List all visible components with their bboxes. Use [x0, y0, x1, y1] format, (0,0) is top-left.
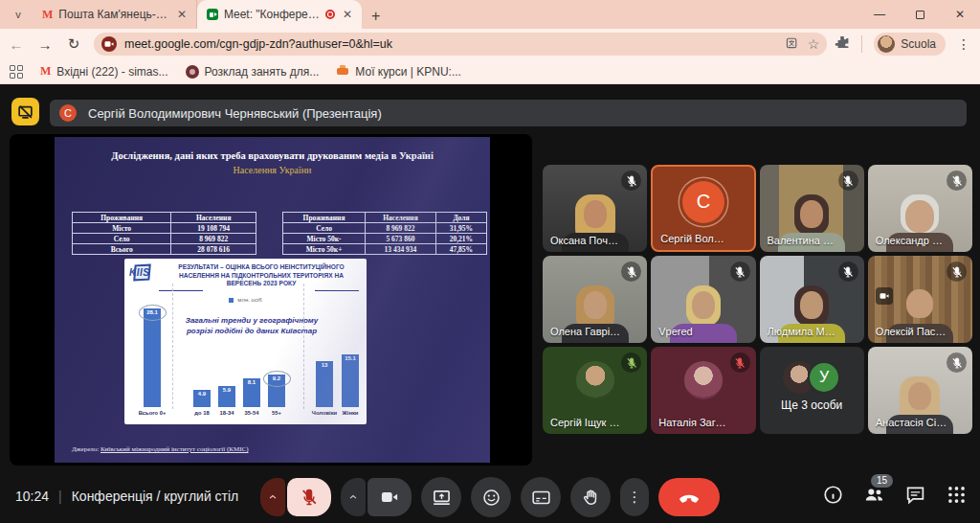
meeting-details-button[interactable] — [823, 485, 843, 509]
participant-tile[interactable]: Валентина Байт... — [760, 165, 864, 252]
browser-menu-icon[interactable]: ⋮ — [957, 36, 970, 52]
participant-tile[interactable]: Анастасія Сіма... — [868, 347, 972, 434]
meeting-name: Конференція / круглий стіл — [72, 489, 239, 504]
mic-off-icon — [838, 171, 858, 191]
chart-bar: 15.1Жінки — [342, 354, 359, 407]
chart-group-total: 28.1Всього 0+ — [144, 308, 161, 407]
bookmark-label: Вхідні (222) - simas... — [56, 65, 167, 79]
tab-close-icon[interactable]: ✕ — [341, 8, 354, 21]
participant-tile[interactable]: Олена Гаврівська — [543, 256, 647, 343]
browser-tab-strip: v M Пошта Кам'янець-Подільськ... ✕ Meet:… — [0, 0, 980, 29]
mic-off-icon — [621, 352, 641, 373]
mic-off-icon — [838, 262, 858, 282]
chart-bar: 13Чоловіки — [316, 361, 333, 407]
tab-gmail[interactable]: M Пошта Кам'янець-Подільськ... ✕ — [33, 0, 197, 29]
gmail-icon: M — [40, 64, 51, 79]
extensions-icon[interactable] — [835, 34, 850, 54]
participant-name: Наталія Загоруй... — [658, 417, 730, 428]
presentation-hidden-button[interactable] — [11, 98, 39, 125]
toolbar-divider — [861, 35, 862, 53]
participant-tile-active-speaker[interactable]: C Сергій Володим... — [651, 165, 755, 252]
tab-title: Meet: "Конференція / кру..." — [224, 8, 320, 21]
participant-name: Vpered — [658, 326, 730, 337]
mic-off-icon — [621, 262, 641, 282]
bookmark-inbox[interactable]: M Вхідні (222) - simas... — [40, 64, 168, 79]
mic-off-icon — [947, 171, 967, 191]
participant-name: Олексій Пасюга — [876, 326, 947, 337]
participant-tile[interactable]: Сергій Іщук Serg... — [543, 347, 647, 434]
end-call-button[interactable] — [658, 478, 720, 516]
participant-name: Оксана Почапсь... — [550, 235, 622, 246]
browser-toolbar: ← → ↻ meet.google.com/cgn-gdjp-zdn?authu… — [0, 29, 980, 59]
camera-badge-icon — [876, 287, 893, 305]
raise-hand-button[interactable] — [570, 477, 611, 517]
chat-panel-button[interactable] — [905, 485, 925, 509]
presentation-stage[interactable]: Дослідження, дані яких треба враховувати… — [10, 134, 532, 466]
more-options-button[interactable]: ⋮ — [620, 478, 649, 516]
slide: Дослідження, дані яких треба враховувати… — [55, 137, 490, 463]
tab-close-icon[interactable]: ✕ — [175, 8, 189, 21]
more-participants-tile[interactable]: У Ще 3 особи — [760, 347, 864, 434]
chart-bar: 4.9до 18 — [193, 390, 211, 407]
camera-on-button[interactable] — [368, 478, 412, 516]
mic-options-chevron[interactable] — [260, 478, 285, 516]
mic-off-icon — [947, 262, 967, 282]
present-screen-button[interactable] — [421, 477, 461, 517]
translate-icon[interactable] — [786, 35, 800, 54]
chart-bar: 9.255+ — [268, 375, 285, 407]
participant-tile[interactable]: Vpered — [651, 256, 755, 343]
mic-muted-button[interactable] — [287, 478, 331, 516]
slide-source: Джерело: Київський міжнародний інститут … — [72, 445, 249, 453]
site-camera-icon[interactable] — [101, 36, 117, 52]
gmail-favicon: M — [42, 8, 53, 22]
more-participants-label: Ще 3 особи — [760, 398, 864, 412]
forward-button[interactable]: → — [33, 32, 57, 57]
participant-tile[interactable]: Оксана Почапсь... — [543, 165, 647, 252]
avatar-letter: У — [808, 361, 840, 394]
kiis-chart-panel: KIIS РЕЗУЛЬТАТИ – ОЦІНКА ВСЬОГО НЕІНСТИТ… — [124, 259, 367, 424]
presenter-name: Сергій Володимирович Чернявський (Презен… — [88, 106, 382, 121]
meet-favicon — [207, 9, 218, 20]
window-controls: — ✕ — [859, 0, 980, 29]
clock-time: 10:24 — [15, 489, 49, 504]
bookmark-star-icon[interactable]: ☆ — [808, 36, 820, 52]
reactions-button[interactable] — [471, 477, 511, 517]
population-table-right: ПроживанняНаселенняДоля Село8 969 82231,… — [282, 212, 487, 255]
bookmark-courses[interactable]: Мої курси | KPNU:... — [336, 65, 461, 79]
restore-button[interactable] — [900, 0, 940, 29]
participant-tile[interactable]: Олександр Волк... — [868, 165, 972, 252]
captions-button[interactable] — [521, 477, 561, 517]
participant-name: Сергій Володим... — [660, 233, 728, 244]
participant-tile[interactable]: Людмила Марчук — [760, 256, 864, 343]
participant-name: Сергій Іщук Serg... — [550, 417, 622, 428]
people-panel-button[interactable]: 15 — [864, 485, 884, 509]
participant-tile[interactable]: Наталія Загоруй... — [651, 347, 755, 434]
participant-name: Олександр Волк... — [876, 235, 947, 246]
mic-control-group — [260, 478, 331, 516]
back-button[interactable]: ← — [4, 32, 29, 57]
tab-search-chevron-icon[interactable]: v — [6, 2, 31, 27]
participant-tile[interactable]: Олексій Пасюга — [868, 256, 972, 343]
chart-bar: 28.1Всього 0+ — [144, 308, 161, 407]
bookmark-schedule[interactable]: Розклад занять для... — [186, 65, 320, 79]
chart-bar: 8.135-54 — [243, 378, 260, 407]
apps-shortcut-icon[interactable] — [10, 65, 23, 79]
address-bar[interactable]: meet.google.com/cgn-gdjp-zdn?authuser=0&… — [94, 33, 827, 56]
tab-title: Пошта Кам'янець-Подільськ... — [58, 8, 169, 21]
camera-options-chevron[interactable] — [341, 478, 366, 516]
reload-button[interactable]: ↻ — [61, 32, 86, 57]
participant-name: Анастасія Сіма... — [876, 417, 947, 428]
profile-name: Scuola — [901, 37, 936, 51]
tab-meet[interactable]: Meet: "Конференція / кру..." ✕ — [197, 0, 362, 29]
avatar-photo — [684, 361, 723, 399]
close-window-button[interactable]: ✕ — [940, 0, 980, 29]
stacked-avatars: У — [783, 361, 840, 394]
profile-button[interactable]: Scuola — [874, 33, 946, 56]
url-text[interactable]: meet.google.com/cgn-gdjp-zdn?authuser=0&… — [124, 37, 778, 51]
activities-button[interactable] — [947, 485, 967, 509]
chart-bar: 5.918-34 — [218, 386, 235, 407]
source-link[interactable]: Київський міжнародний інститут соціологі… — [100, 445, 249, 453]
new-tab-button[interactable]: + — [371, 8, 380, 25]
minimize-button[interactable]: — — [859, 0, 900, 29]
moodle-icon — [336, 65, 349, 79]
